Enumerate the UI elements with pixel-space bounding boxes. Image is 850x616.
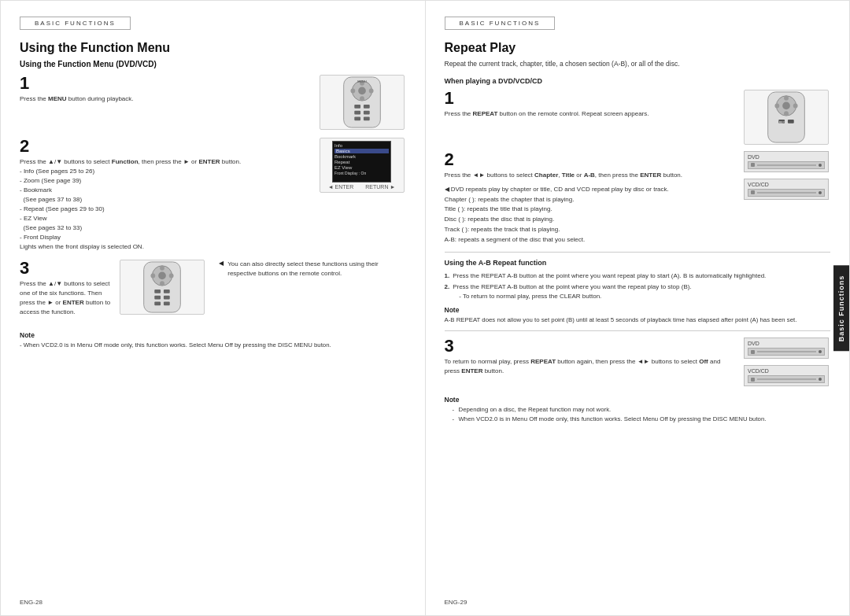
menu-display-img: Info Basics Bookmark Repeat EZ View xyxy=(320,138,405,193)
svg-point-31 xyxy=(793,103,798,108)
right-step-3-text: 3 To return to normal play, press REPEAT… xyxy=(445,338,737,389)
ab-title: Using the A-B Repeat function xyxy=(445,259,831,267)
menu-row-ez: EZ View xyxy=(334,165,389,170)
svg-rect-24 xyxy=(164,296,170,300)
left-subtitle: Using the Function Menu (DVD/VCD) xyxy=(20,60,406,68)
step-1-left: 1 Press the MENU button during playback. xyxy=(20,75,313,104)
svg-point-20 xyxy=(160,281,164,286)
right-step-1-image: REP xyxy=(744,90,830,145)
ab-step-1: 1. Press the REPEAT A-B button at the po… xyxy=(445,271,831,281)
right-step-3-desc: To return to normal play, press REPEAT b… xyxy=(445,357,737,376)
step-1-text: Press the MENU button during playback. xyxy=(20,94,313,104)
step-1-number: 1 xyxy=(20,75,313,92)
svg-rect-12 xyxy=(363,116,369,120)
menu-nav-buttons: ◄ ENTER RETURN ► xyxy=(328,184,396,190)
remote-svg-1: MENU xyxy=(320,76,404,129)
svg-rect-23 xyxy=(155,296,161,300)
vcd-panel-3: VCD/CD xyxy=(744,365,829,386)
step-1-image: MENU xyxy=(320,75,406,130)
dvd-panel: DVD xyxy=(744,151,829,172)
svg-point-17 xyxy=(151,274,156,278)
dvd-bar-3 xyxy=(748,348,825,356)
svg-point-18 xyxy=(169,274,174,278)
right-step-2-text: 2 Press the ◄► buttons to select Chapter… xyxy=(445,151,737,245)
vcd-label-3: VCD/CD xyxy=(748,368,825,374)
svg-rect-25 xyxy=(155,301,161,305)
menu-row-front: Front Display : On xyxy=(334,171,389,175)
left-note: Note - When VCD2.0 is in Menu Off mode o… xyxy=(20,331,406,350)
dvd-dot2 xyxy=(819,164,822,167)
svg-rect-21 xyxy=(155,290,161,293)
left-note-title: Note xyxy=(20,331,406,339)
menu-display: Info Basics Bookmark Repeat EZ View xyxy=(332,141,391,183)
dvd-line-3 xyxy=(757,351,816,352)
tip-arrow-icon: ◀ xyxy=(219,260,224,267)
vcd-dot xyxy=(751,190,755,194)
right-header: Basic Functions xyxy=(445,17,556,30)
note3-title: Note xyxy=(445,396,831,404)
vcd-dot2-3 xyxy=(819,378,822,381)
remote-image-1: MENU xyxy=(320,75,405,130)
right-page-num: ENG-29 xyxy=(445,599,468,606)
menu-row-info: Info xyxy=(334,143,389,148)
right-step-2: 2 Press the ◄► buttons to select Chapter… xyxy=(445,151,831,245)
svg-rect-35 xyxy=(788,120,794,124)
right-step-1-number: 1 xyxy=(445,90,737,107)
repeat-bullets: ◀ DVD repeats play by chapter or title, … xyxy=(445,185,737,245)
step-3: 3 Press the ▲/▼ buttons to select one of… xyxy=(20,260,206,317)
step-3-text: Press the ▲/▼ buttons to select one of t… xyxy=(20,279,113,317)
vcd-line xyxy=(757,192,816,194)
vcd-panel: VCD/CD xyxy=(744,179,829,200)
step-3-layout: 3 Press the ▲/▼ buttons to select one of… xyxy=(20,260,406,325)
vcd-bar xyxy=(748,189,825,197)
repeat-info: ◀ DVD repeats play by chapter or title, … xyxy=(445,185,737,245)
left-note-text: - When VCD2.0 is in Menu Off mode only, … xyxy=(20,341,406,350)
dvd-dot2-3 xyxy=(819,350,822,353)
svg-rect-11 xyxy=(354,116,360,120)
dvd-panels: DVD VCD/CD xyxy=(744,151,830,203)
svg-point-16 xyxy=(158,272,166,280)
tip-block: ◀ You can also directly select these fun… xyxy=(219,260,405,325)
right-step-3-number: 3 xyxy=(445,338,737,355)
menu-row-bookmark: Bookmark xyxy=(334,154,389,159)
dvd-dot-3 xyxy=(751,350,755,354)
ab-step-2: 2. Press the REPEAT A-B button at the po… xyxy=(445,282,831,301)
step-3-number: 3 xyxy=(20,260,113,277)
side-tab: Basic Functions xyxy=(833,265,849,351)
note3-list: Depending on a disc, the Repeat function… xyxy=(445,405,831,423)
svg-point-33 xyxy=(784,111,789,116)
remote-image-r1: REP xyxy=(744,90,829,145)
dvd-bar xyxy=(748,161,825,169)
svg-point-6 xyxy=(360,96,364,101)
right-step-3: 3 To return to normal play, press REPEAT… xyxy=(445,338,831,389)
svg-rect-7 xyxy=(354,105,360,109)
right-step-1-desc: Press the REPEAT button on the remote co… xyxy=(445,109,737,119)
svg-point-30 xyxy=(774,103,779,108)
left-page: Basic Functions Using the Function Menu … xyxy=(0,0,425,616)
svg-point-2 xyxy=(358,87,366,95)
svg-rect-9 xyxy=(354,111,360,115)
remote-image-3 xyxy=(120,260,205,315)
right-step-1-text: 1 Press the REPEAT button on the remote … xyxy=(445,90,737,145)
right-step-3-panels: DVD VCD/CD xyxy=(744,338,830,389)
dvd-label-3: DVD xyxy=(748,341,825,346)
vcd-dot2 xyxy=(819,191,822,194)
remote-svg-3 xyxy=(120,260,204,314)
step-3-image xyxy=(120,260,206,315)
vcd-label: VCD/CD xyxy=(748,182,825,187)
svg-point-29 xyxy=(782,101,790,109)
ab-note-title: Note xyxy=(445,306,831,314)
step-2-left: 2 Press the ▲/▼ buttons to select Functi… xyxy=(20,138,313,252)
menu-row-repeat: Repeat xyxy=(334,160,389,164)
step-2-number: 2 xyxy=(20,138,313,155)
svg-point-3 xyxy=(350,89,355,94)
svg-text:MENU: MENU xyxy=(357,79,367,83)
right-step-2-number: 2 xyxy=(445,151,737,168)
dvd-line xyxy=(757,164,816,166)
svg-rect-8 xyxy=(363,105,369,109)
tip-text: You can also directly select these funct… xyxy=(227,260,405,278)
left-title: Using the Function Menu xyxy=(20,41,406,55)
svg-point-4 xyxy=(368,89,373,94)
divider2 xyxy=(445,330,831,331)
ab-steps: 1. Press the REPEAT A-B button at the po… xyxy=(445,271,831,301)
